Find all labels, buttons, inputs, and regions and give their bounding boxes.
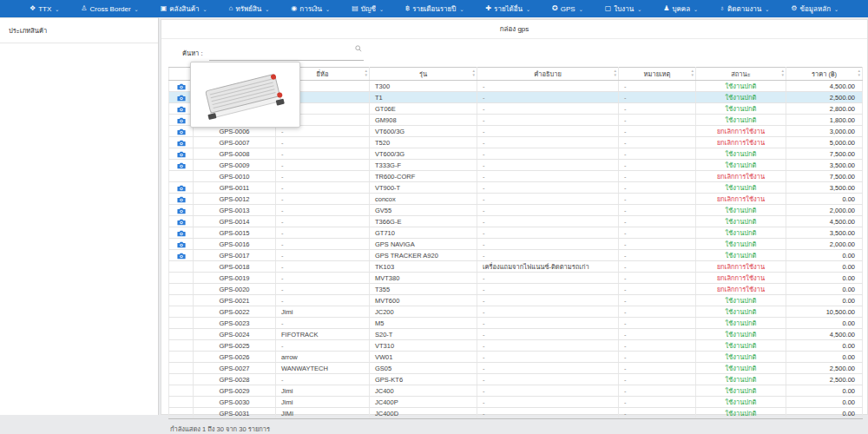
table-row[interactable]: GPS-0031JIMIJC400D--ใช้งานปกติ0.00 bbox=[169, 408, 863, 419]
table-info-text: กำลังแสดง 1 ถึง 30 จาก 30 รายการ bbox=[161, 419, 867, 434]
cell-price: 7,500.00 bbox=[786, 148, 863, 160]
column-header[interactable]: หมายเหตุ▴▾ bbox=[619, 68, 696, 81]
cell-photo bbox=[169, 329, 194, 340]
table-row[interactable]: GPS-0011-VT900-T--ใช้งานปกติ3,500.00 bbox=[169, 182, 863, 194]
camera-icon[interactable] bbox=[177, 185, 186, 192]
cell-brand: - bbox=[276, 295, 370, 306]
cell-brand: - bbox=[276, 182, 370, 194]
table-row[interactable]: GPS-0028-GPS-KT6--ใช้งานปกติ2,500.00 bbox=[169, 374, 863, 385]
column-header[interactable]: คำอธิบาย▴▾ bbox=[477, 68, 619, 81]
camera-icon[interactable] bbox=[177, 140, 186, 147]
nav-menu-item[interactable]: ▢ ใบงาน ⌄ bbox=[605, 3, 641, 15]
sort-icon[interactable]: ▴▾ bbox=[472, 69, 475, 77]
nav-item-label: คลังสินค้า bbox=[169, 3, 199, 15]
table-row[interactable]: GPS-0012-concox--ยกเลิกการใช้งาน0.00 bbox=[169, 194, 863, 205]
cell-brand: - bbox=[276, 261, 370, 273]
table-row[interactable]: GPS-0029JimiJC400--ใช้งานปกติ0.00 bbox=[169, 385, 863, 397]
cell-note: - bbox=[619, 216, 696, 227]
camera-icon[interactable] bbox=[177, 230, 186, 237]
cell-code: GPS-0014 bbox=[194, 216, 276, 227]
chevron-down-icon: ⌄ bbox=[834, 6, 838, 12]
column-header[interactable]: ราคา (฿)▴▾ bbox=[786, 68, 863, 81]
camera-icon[interactable] bbox=[177, 162, 186, 169]
nav-menu-item[interactable]: ♟ บุคคล ⌄ bbox=[663, 3, 698, 15]
sort-icon[interactable]: ▴▾ bbox=[614, 69, 616, 77]
table-row[interactable]: GPS-0017-GPS TRACKER A920--ใช้งานปกติ0.0… bbox=[169, 250, 863, 261]
chevron-down-icon: ⌄ bbox=[526, 6, 530, 12]
nav-menu-item[interactable]: ◉ การเงิน ⌄ bbox=[291, 3, 330, 15]
table-row[interactable]: GPS-0015-GT710--ใช้งานปกติ3,500.00 bbox=[169, 227, 863, 239]
cell-desc: - bbox=[477, 137, 619, 148]
table-row[interactable]: GPS-0019-MVT380--ยกเลิกการใช้งาน0.00 bbox=[169, 273, 863, 284]
camera-icon[interactable] bbox=[177, 196, 186, 203]
table-row[interactable]: GPS-0030JimiJC400P--ใช้งานปกติ0.00 bbox=[169, 397, 863, 408]
camera-icon[interactable] bbox=[177, 106, 186, 113]
table-row[interactable]: GPS-0027WANWAYTECHGS05--ใช้งานปกติ2,500.… bbox=[169, 363, 863, 374]
table-row[interactable]: GPS-0018-TK103เครื่องแถมจากไฟแนนซ์-ติดตา… bbox=[169, 261, 863, 273]
nav-menu-item[interactable]: ♙ Cross Border ⌄ bbox=[81, 5, 138, 13]
nav-menu-item[interactable]: ❖ TTX ⌄ bbox=[30, 5, 59, 13]
table-row[interactable]: GPS-0020-T355--ยกเลิกการใช้งาน0.00 bbox=[169, 284, 863, 295]
camera-icon[interactable] bbox=[177, 83, 186, 90]
cell-note: - bbox=[619, 126, 696, 137]
table-row[interactable]: GPS-0009-T333G-F--ใช้งานปกติ3,500.00 bbox=[169, 160, 863, 171]
table-row[interactable]: GPS-0014-T366G-E--ใช้งานปกติ4,500.00 bbox=[169, 216, 863, 227]
nav-menu-item[interactable]: ⌂ ทรัพย์สิน ⌄ bbox=[229, 3, 270, 15]
sort-icon[interactable]: ▴▾ bbox=[691, 69, 694, 77]
sort-icon[interactable]: ▴▾ bbox=[781, 69, 784, 77]
nav-menu-item[interactable]: ▤ บัญชี ⌄ bbox=[352, 3, 384, 15]
table-row[interactable]: GPS-0024FIFOTRACKS20-T--ใช้งานปกติ4,500.… bbox=[169, 329, 863, 340]
table-row[interactable]: GPS-0007-T520--ยกเลิกการใช้งาน5,000.00 bbox=[169, 137, 863, 148]
table-row[interactable]: GPS-0010-TR600-CORF--ยกเลิกการใช้งาน7,50… bbox=[169, 171, 863, 182]
nav-item-label: บัญชี bbox=[361, 3, 376, 15]
camera-icon[interactable] bbox=[177, 151, 186, 158]
table-row[interactable]: GPS-0008-VT600/3G--ใช้งานปกติ7,500.00 bbox=[169, 148, 863, 160]
cell-price: 4,500.00 bbox=[786, 81, 863, 92]
nav-menu-item[interactable]: ✚ รายได้อื่น ⌄ bbox=[485, 3, 530, 15]
nav-menu-item[interactable]: ⚙ ข้อมูลหลัก ⌄ bbox=[791, 3, 838, 15]
sort-icon[interactable]: ▴▾ bbox=[365, 69, 367, 77]
cell-price: 5,000.00 bbox=[786, 137, 863, 148]
camera-icon[interactable] bbox=[177, 241, 186, 248]
cell-brand: - bbox=[276, 273, 370, 284]
gear-icon: ⚙ bbox=[791, 5, 797, 12]
table-row[interactable]: GPS-0013-GV55--ใช้งานปกติ2,000.00 bbox=[169, 205, 863, 216]
camera-icon[interactable] bbox=[177, 128, 186, 135]
nav-menu-item[interactable]: ✪ GPS ⌄ bbox=[552, 5, 583, 13]
cell-code: GPS-0027 bbox=[194, 363, 276, 374]
nav-menu-item[interactable]: ฿ รายเดือนรายปี ⌄ bbox=[405, 3, 464, 15]
camera-icon[interactable] bbox=[177, 95, 186, 102]
cell-photo bbox=[169, 306, 194, 318]
cell-code: GPS-0029 bbox=[194, 385, 276, 397]
cell-status: ใช้งานปกติ bbox=[696, 363, 786, 374]
cell-desc: - bbox=[477, 408, 619, 419]
cell-model: JC200 bbox=[370, 306, 477, 318]
cell-desc: - bbox=[477, 284, 619, 295]
search-input[interactable] bbox=[209, 50, 364, 61]
table-row[interactable]: GPS-0026arrowVW01--ใช้งานปกติ0.00 bbox=[169, 352, 863, 363]
cell-photo bbox=[169, 126, 194, 137]
table-row[interactable]: GPS-0023-M5--ใช้งานปกติ0.00 bbox=[169, 318, 863, 329]
table-row[interactable]: GPS-0022JimiJC200--ใช้งานปกติ10,500.00 bbox=[169, 306, 863, 318]
sort-icon[interactable]: ▴▾ bbox=[858, 69, 860, 77]
nav-menu-item[interactable]: ▣ คลังสินค้า ⌄ bbox=[161, 3, 207, 15]
table-row[interactable]: GPS-0016-GPS NAVIGA--ใช้งานปกติ2,000.00 bbox=[169, 239, 863, 250]
camera-icon[interactable] bbox=[177, 207, 186, 214]
cell-price: 4,500.00 bbox=[786, 329, 863, 340]
cell-brand: - bbox=[276, 160, 370, 171]
gps-device-image bbox=[197, 67, 294, 122]
table-row[interactable]: GPS-0021-MVT600--ใช้งานปกติ0.00 bbox=[169, 295, 863, 306]
cell-model: VT310 bbox=[370, 340, 477, 352]
camera-icon[interactable] bbox=[177, 219, 186, 226]
table-row[interactable]: GPS-0025-VT310--ใช้งานปกติ0.00 bbox=[169, 340, 863, 352]
column-header[interactable]: รุ่น▴▾ bbox=[370, 68, 477, 81]
column-header[interactable]: สถานะ▴▾ bbox=[696, 68, 786, 81]
camera-icon[interactable] bbox=[177, 253, 186, 260]
cell-photo bbox=[169, 171, 194, 182]
cell-price: 0.00 bbox=[786, 273, 863, 284]
cell-note: - bbox=[619, 103, 696, 115]
cell-photo bbox=[169, 363, 194, 374]
camera-icon[interactable] bbox=[177, 117, 186, 124]
nav-menu-item[interactable]: ♁ ติดตามงาน ⌄ bbox=[720, 3, 769, 15]
cell-desc: เครื่องแถมจากไฟแนนซ์-ติดตามรถเก่า bbox=[477, 261, 619, 273]
